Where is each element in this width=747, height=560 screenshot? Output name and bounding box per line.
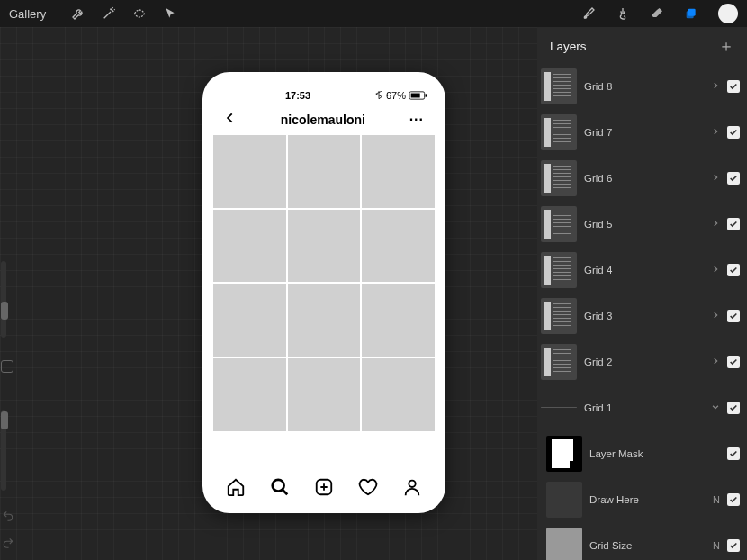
add-post-icon (314, 477, 334, 501)
grid-cell (213, 358, 286, 431)
grid-cell (288, 358, 361, 431)
chevron-right-icon[interactable] (711, 81, 720, 92)
layer-row[interactable]: Grid 4 (537, 247, 747, 293)
cursor-icon[interactable] (163, 6, 177, 21)
layer-row[interactable]: Grid 8 (537, 63, 747, 109)
layer-row[interactable]: Grid 2 (537, 339, 747, 384)
visibility-checkbox[interactable] (727, 447, 740, 460)
chevron-right-icon[interactable] (711, 357, 720, 367)
layer-name-label: Grid Size (590, 540, 702, 551)
layer-thumbnail (541, 298, 577, 334)
grid-cell (213, 135, 286, 208)
layer-row[interactable]: Grid 3 (537, 293, 747, 339)
eraser-icon[interactable] (650, 6, 664, 21)
chevron-down-icon[interactable] (711, 402, 720, 413)
layer-name-label: Grid 3 (584, 311, 704, 321)
layer-row[interactable]: Grid 5 (537, 201, 747, 247)
opacity-slider[interactable] (1, 410, 6, 491)
visibility-checkbox[interactable] (727, 539, 740, 552)
layer-row[interactable]: Grid SizeN (537, 522, 747, 560)
layer-thumbnail (541, 114, 577, 150)
visibility-checkbox[interactable] (727, 264, 740, 276)
modifier-button[interactable] (1, 360, 14, 373)
selection-icon[interactable] (132, 6, 147, 21)
add-layer-button[interactable]: ＋ (718, 38, 734, 54)
layer-thumbnail (541, 160, 577, 196)
phone-tabbar (213, 477, 435, 501)
status-time: 17:53 (285, 90, 310, 101)
battery-icon (410, 91, 428, 100)
layer-thumbnail (546, 436, 582, 472)
layer-thumbnail (541, 206, 577, 242)
layer-row[interactable]: Draw HereN (537, 476, 747, 522)
layer-name-label: Grid 5 (584, 219, 704, 230)
bluetooth-icon (375, 91, 382, 100)
layer-name-label: Layer Mask (590, 448, 720, 459)
layer-thumbnail (546, 528, 582, 561)
grid-cell (288, 210, 361, 283)
battery-text: 67% (386, 90, 406, 101)
svg-rect-1 (687, 11, 694, 18)
layer-row[interactable]: Grid 1 (537, 384, 747, 430)
layers-panel: Layers ＋ Grid 8Grid 7Grid 6Grid 5Grid 4G… (537, 27, 747, 560)
brush-icon[interactable] (581, 6, 596, 21)
visibility-checkbox[interactable] (727, 402, 740, 414)
search-icon (270, 477, 290, 501)
layer-thumbnail (541, 407, 577, 408)
svg-point-11 (410, 481, 416, 487)
undo-icon[interactable] (2, 510, 14, 526)
grid-cell (213, 284, 286, 357)
grid-cell (362, 284, 435, 357)
grid-cell (288, 135, 361, 208)
grid-cell (362, 358, 435, 431)
svg-point-9 (273, 480, 284, 492)
canvas[interactable]: 17:53 67% nicolemauloni ··· (0, 27, 537, 560)
svg-rect-8 (425, 94, 427, 96)
layer-thumbnail (541, 252, 577, 288)
color-picker[interactable] (718, 4, 738, 23)
layer-row[interactable]: Grid 6 (537, 155, 747, 201)
smudge-icon[interactable] (616, 6, 630, 21)
grid-cell (362, 135, 435, 208)
chevron-right-icon[interactable] (711, 265, 720, 275)
visibility-checkbox[interactable] (727, 493, 740, 506)
visibility-checkbox[interactable] (727, 310, 740, 322)
layer-row[interactable]: Layer Mask (537, 430, 747, 476)
visibility-checkbox[interactable] (727, 172, 740, 185)
layer-name-label: Grid 1 (584, 402, 704, 413)
blend-mode-label: N (713, 540, 720, 551)
redo-icon[interactable] (2, 537, 14, 553)
grid-cell (288, 284, 361, 357)
layer-thumbnail (546, 482, 582, 518)
chevron-right-icon[interactable] (711, 127, 720, 138)
layers-icon[interactable] (684, 6, 698, 21)
layer-name-label: Draw Here (590, 494, 702, 505)
feed-grid (213, 135, 435, 431)
visibility-checkbox[interactable] (727, 218, 740, 230)
visibility-checkbox[interactable] (727, 356, 740, 368)
visibility-checkbox[interactable] (727, 80, 740, 93)
grid-cell (362, 210, 435, 283)
svg-rect-7 (411, 94, 420, 98)
layer-row[interactable]: Grid 7 (537, 109, 747, 155)
visibility-checkbox[interactable] (727, 126, 740, 139)
top-toolbar: Gallery (0, 0, 747, 27)
layer-name-label: Grid 8 (584, 81, 704, 92)
grid-cell (213, 210, 286, 283)
chevron-right-icon[interactable] (711, 219, 720, 230)
layer-thumbnail (541, 68, 577, 104)
more-icon: ··· (410, 112, 424, 128)
profile-icon (402, 477, 422, 501)
chevron-right-icon[interactable] (711, 173, 720, 184)
wand-icon[interactable] (102, 6, 116, 21)
chevron-right-icon[interactable] (711, 311, 720, 321)
brush-size-slider[interactable] (1, 261, 6, 338)
layer-thumbnail (541, 344, 577, 380)
layer-name-label: Grid 4 (584, 265, 704, 275)
wrench-icon[interactable] (71, 6, 86, 21)
gallery-button[interactable]: Gallery (9, 7, 46, 21)
home-icon (226, 477, 246, 501)
profile-username: nicolemauloni (281, 113, 365, 127)
heart-icon (358, 477, 378, 501)
back-icon (224, 112, 237, 128)
